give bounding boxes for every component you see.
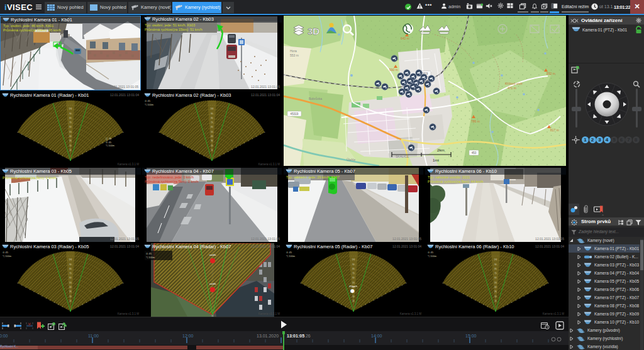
svg-text:vozidlo: vozidlo [209,283,216,285]
svg-text:vozidlo: vozidlo [209,254,216,256]
svg-text:3D: 3D [308,26,319,36]
